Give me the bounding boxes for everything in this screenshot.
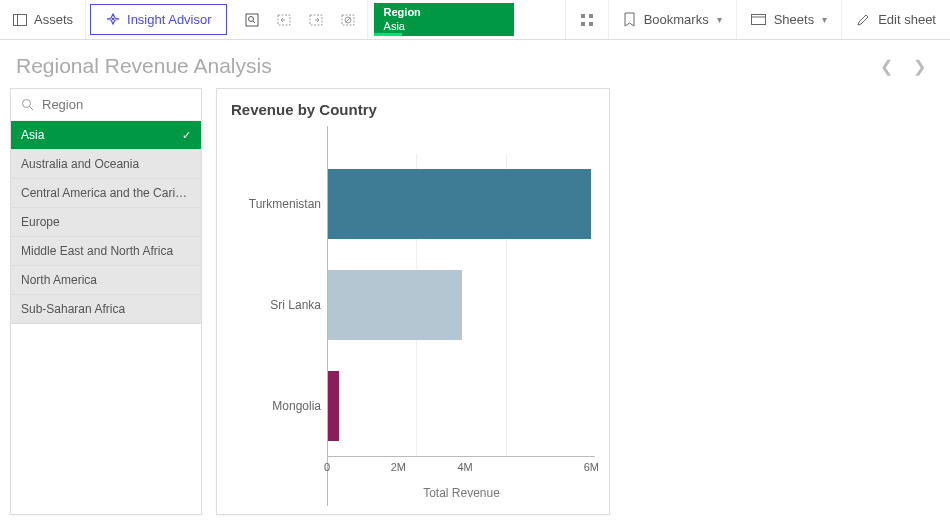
sheet-nav: ❮ ❯ — [880, 57, 934, 76]
sheets-label: Sheets — [774, 12, 814, 27]
x-tick: 2M — [391, 461, 406, 473]
bar[interactable] — [328, 169, 591, 239]
list-item-label: Australia and Oceania — [21, 157, 139, 171]
svg-point-4 — [248, 16, 253, 21]
step-back-icon[interactable] — [275, 11, 293, 29]
list-item-label: Sub-Saharan Africa — [21, 302, 125, 316]
bookmarks-button[interactable]: Bookmarks ▾ — [608, 0, 736, 39]
bar-row — [328, 371, 595, 441]
y-axis-labels: Turkmenistan Sri Lanka Mongolia — [231, 126, 327, 506]
selection-tools — [233, 0, 368, 39]
step-forward-icon[interactable] — [307, 11, 325, 29]
svg-rect-3 — [246, 14, 258, 26]
next-sheet-button[interactable]: ❯ — [913, 57, 926, 76]
chart-panel: Revenue by Country Turkmenistan Sri Lank… — [216, 88, 610, 515]
grid-view-icon[interactable] — [565, 0, 608, 39]
y-tick: Turkmenistan — [231, 197, 321, 211]
chart-area[interactable]: Turkmenistan Sri Lanka Mongolia 0 2M 4M … — [231, 126, 595, 506]
prev-sheet-button[interactable]: ❮ — [880, 57, 893, 76]
sheets-button[interactable]: Sheets ▾ — [736, 0, 841, 39]
svg-line-18 — [30, 107, 34, 111]
smart-search-icon[interactable] — [243, 11, 261, 29]
x-axis-label: Total Revenue — [328, 486, 595, 500]
svg-line-10 — [346, 18, 350, 22]
insight-icon — [105, 12, 121, 28]
bookmarks-label: Bookmarks — [644, 12, 709, 27]
list-item-label: North America — [21, 273, 97, 287]
selection-chip-region[interactable]: Region Asia — [374, 3, 514, 36]
edit-sheet-button[interactable]: Edit sheet — [841, 0, 950, 39]
pencil-icon — [856, 13, 870, 27]
list-item-label: Asia — [21, 128, 44, 142]
chart-title: Revenue by Country — [231, 101, 595, 118]
filter-field-label: Region — [42, 97, 83, 112]
chevron-down-icon: ▾ — [717, 14, 722, 25]
bookmark-icon — [623, 12, 636, 27]
panel-icon — [12, 12, 28, 28]
svg-rect-13 — [581, 22, 585, 26]
svg-rect-14 — [589, 22, 593, 26]
clear-selections-icon[interactable] — [339, 11, 357, 29]
list-item-label: Middle East and North Africa — [21, 244, 173, 258]
svg-point-2 — [112, 17, 114, 19]
edit-label: Edit sheet — [878, 12, 936, 27]
y-tick: Mongolia — [231, 399, 321, 413]
x-tick: 6M — [584, 461, 599, 473]
filter-item-europe[interactable]: Europe — [11, 208, 201, 237]
insight-advisor-button[interactable]: Insight Advisor — [90, 4, 227, 35]
filter-item-mena[interactable]: Middle East and North Africa — [11, 237, 201, 266]
insight-label: Insight Advisor — [127, 12, 212, 27]
filter-item-australia[interactable]: Australia and Oceania — [11, 150, 201, 179]
chip-value: Asia — [384, 20, 504, 33]
bar[interactable] — [328, 270, 462, 340]
bars — [328, 154, 595, 456]
page-title: Regional Revenue Analysis — [16, 54, 272, 78]
main: Region Asia ✓ Australia and Oceania Cent… — [0, 88, 950, 525]
x-tick: 0 — [324, 461, 330, 473]
sheets-icon — [751, 13, 766, 26]
assets-label: Assets — [34, 12, 73, 27]
bar[interactable] — [328, 371, 339, 441]
filter-header[interactable]: Region — [11, 89, 201, 121]
bar-row — [328, 169, 595, 239]
search-icon — [21, 98, 34, 111]
chevron-down-icon: ▾ — [822, 14, 827, 25]
filter-item-ssa[interactable]: Sub-Saharan Africa — [11, 295, 201, 324]
toolbar: Assets Insight Advisor Region Asia Book — [0, 0, 950, 40]
list-item-label: Europe — [21, 215, 60, 229]
title-row: Regional Revenue Analysis ❮ ❯ — [0, 40, 950, 88]
list-item-label: Central America and the Cari… — [21, 186, 187, 200]
plot-area: 0 2M 4M 6M Total Revenue — [327, 126, 595, 506]
check-icon: ✓ — [182, 129, 191, 142]
chip-field: Region — [384, 6, 504, 19]
chip-progress — [374, 33, 402, 36]
bar-row — [328, 270, 595, 340]
assets-button[interactable]: Assets — [0, 0, 86, 39]
y-tick: Sri Lanka — [231, 298, 321, 312]
svg-rect-0 — [14, 14, 27, 25]
filter-pane-region: Region Asia ✓ Australia and Oceania Cent… — [10, 88, 202, 515]
x-axis: 0 2M 4M 6M — [328, 456, 595, 476]
filter-item-asia[interactable]: Asia ✓ — [11, 121, 201, 150]
svg-rect-12 — [589, 14, 593, 18]
filter-item-north-america[interactable]: North America — [11, 266, 201, 295]
svg-rect-15 — [751, 15, 765, 25]
x-tick: 4M — [458, 461, 473, 473]
svg-point-17 — [23, 100, 31, 108]
svg-line-5 — [253, 21, 255, 23]
filter-list: Asia ✓ Australia and Oceania Central Ame… — [11, 121, 201, 324]
svg-rect-11 — [581, 14, 585, 18]
filter-item-central-america[interactable]: Central America and the Cari… — [11, 179, 201, 208]
